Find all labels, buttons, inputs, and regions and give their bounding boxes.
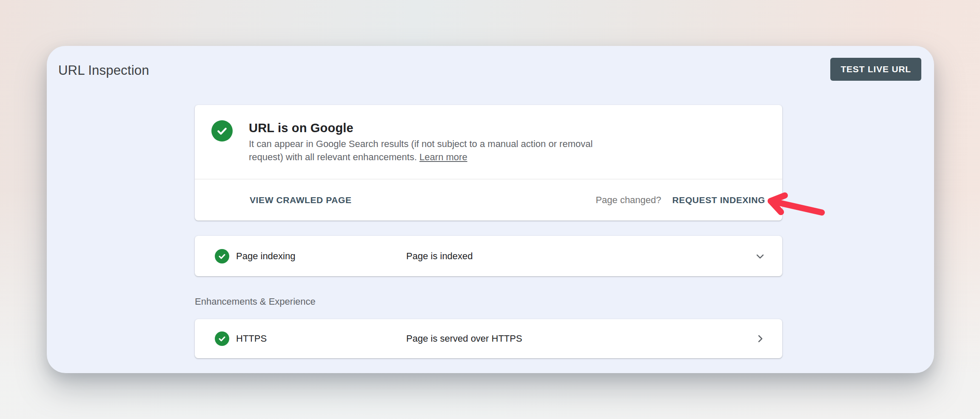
row-label: HTTPS [236,333,267,344]
chevron-down-icon[interactable] [754,250,766,262]
test-live-url-button[interactable]: TEST LIVE URL [830,58,921,81]
screen: URL Inspection TEST LIVE URL URL is on G… [0,0,980,419]
actions-right-group: Page changed? REQUEST INDEXING [595,179,765,221]
row-value: Page is indexed [406,251,473,262]
row-value: Page is served over HTTPS [406,333,522,344]
check-circle-icon [215,249,229,263]
verdict-actions-bar: VIEW CRAWLED PAGE Page changed? REQUEST … [195,179,782,221]
verdict-card: URL is on Google It can appear in Google… [195,105,782,221]
enhancements-section-heading: Enhancements & Experience [195,296,316,307]
chevron-right-icon[interactable] [754,333,766,345]
verdict-title: URL is on Google [249,121,353,135]
https-row[interactable]: HTTPS Page is served over HTTPS [195,319,782,358]
page-indexing-row[interactable]: Page indexing Page is indexed [195,236,782,276]
row-label: Page indexing [236,251,295,262]
verdict-description: It can appear in Google Search results (… [249,137,615,164]
page-title: URL Inspection [58,63,149,78]
request-indexing-button[interactable]: REQUEST INDEXING [672,195,765,205]
url-inspection-panel: URL Inspection TEST LIVE URL URL is on G… [47,46,934,373]
check-circle-icon [215,331,229,346]
learn-more-link[interactable]: Learn more [419,152,467,162]
page-changed-label: Page changed? [595,195,661,206]
view-crawled-page-button[interactable]: VIEW CRAWLED PAGE [250,195,352,205]
check-circle-icon [211,120,233,142]
